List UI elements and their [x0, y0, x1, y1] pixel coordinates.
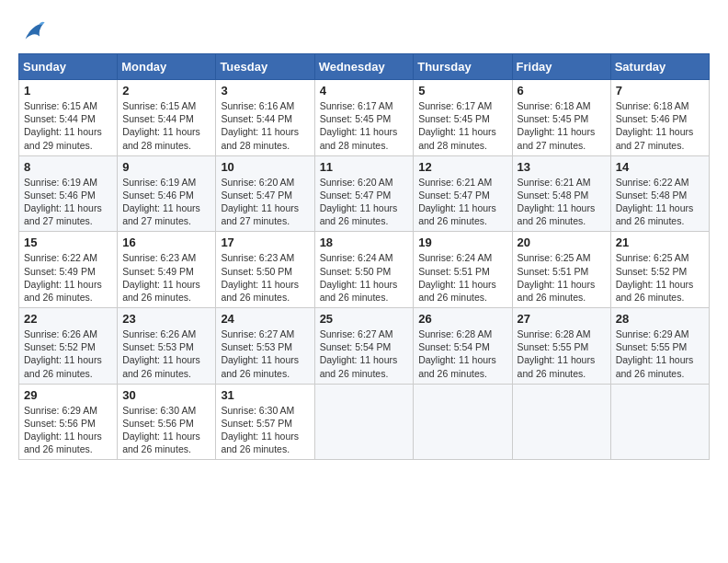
- calendar-cell: 6 Sunrise: 6:18 AMSunset: 5:45 PMDayligh…: [512, 80, 610, 156]
- day-number: 28: [616, 312, 704, 326]
- day-number: 6: [518, 84, 606, 98]
- day-number: 4: [320, 84, 409, 98]
- day-info: Sunrise: 6:24 AMSunset: 5:51 PMDaylight:…: [418, 252, 496, 303]
- calendar-cell: 2 Sunrise: 6:15 AMSunset: 5:44 PMDayligh…: [118, 80, 216, 156]
- day-number: 29: [24, 388, 112, 402]
- calendar-week-3: 15 Sunrise: 6:22 AMSunset: 5:49 PMDaylig…: [19, 232, 710, 308]
- day-number: 25: [320, 312, 409, 326]
- day-number: 26: [418, 312, 506, 326]
- calendar-cell: 15 Sunrise: 6:22 AMSunset: 5:49 PMDaylig…: [19, 232, 118, 308]
- day-number: 2: [122, 84, 210, 98]
- day-info: Sunrise: 6:29 AMSunset: 5:55 PMDaylight:…: [616, 328, 694, 379]
- column-header-sunday: Sunday: [19, 54, 118, 80]
- calendar-cell: 4 Sunrise: 6:17 AMSunset: 5:45 PMDayligh…: [314, 80, 414, 156]
- calendar-cell: 7 Sunrise: 6:18 AMSunset: 5:46 PMDayligh…: [610, 80, 709, 156]
- calendar-cell: 29 Sunrise: 6:29 AMSunset: 5:56 PMDaylig…: [19, 384, 118, 460]
- day-number: 7: [616, 84, 704, 98]
- day-info: Sunrise: 6:23 AMSunset: 5:50 PMDaylight:…: [221, 252, 299, 303]
- calendar-cell: 16 Sunrise: 6:23 AMSunset: 5:49 PMDaylig…: [118, 232, 216, 308]
- calendar-cell: 13 Sunrise: 6:21 AMSunset: 5:48 PMDaylig…: [512, 155, 610, 232]
- column-header-monday: Monday: [118, 54, 216, 80]
- calendar-cell: 23 Sunrise: 6:26 AMSunset: 5:53 PMDaylig…: [118, 308, 216, 385]
- day-info: Sunrise: 6:29 AMSunset: 5:56 PMDaylight:…: [24, 405, 102, 455]
- calendar-header-row: SundayMondayTuesdayWednesdayThursdayFrid…: [19, 54, 710, 80]
- day-info: Sunrise: 6:22 AMSunset: 5:49 PMDaylight:…: [24, 252, 102, 303]
- day-number: 3: [221, 84, 309, 98]
- day-info: Sunrise: 6:24 AMSunset: 5:50 PMDaylight:…: [320, 252, 398, 303]
- column-header-tuesday: Tuesday: [216, 54, 314, 80]
- calendar-cell: 12 Sunrise: 6:21 AMSunset: 5:47 PMDaylig…: [414, 155, 512, 232]
- day-info: Sunrise: 6:18 AMSunset: 5:45 PMDaylight:…: [518, 100, 596, 151]
- day-info: Sunrise: 6:19 AMSunset: 5:46 PMDaylight:…: [122, 177, 200, 227]
- header: [18, 18, 710, 44]
- calendar-cell: 25 Sunrise: 6:27 AMSunset: 5:54 PMDaylig…: [314, 308, 414, 385]
- day-number: 23: [122, 312, 210, 326]
- day-info: Sunrise: 6:27 AMSunset: 5:54 PMDaylight:…: [320, 328, 398, 379]
- calendar-cell: 26 Sunrise: 6:28 AMSunset: 5:54 PMDaylig…: [414, 308, 512, 385]
- day-info: Sunrise: 6:23 AMSunset: 5:49 PMDaylight:…: [122, 252, 200, 303]
- day-info: Sunrise: 6:20 AMSunset: 5:47 PMDaylight:…: [221, 177, 299, 227]
- calendar-cell: [414, 384, 512, 460]
- calendar-cell: 1 Sunrise: 6:15 AMSunset: 5:44 PMDayligh…: [19, 80, 118, 156]
- day-info: Sunrise: 6:16 AMSunset: 5:44 PMDaylight:…: [221, 100, 299, 151]
- calendar-cell: 8 Sunrise: 6:19 AMSunset: 5:46 PMDayligh…: [19, 155, 118, 232]
- day-number: 19: [418, 236, 506, 249]
- calendar-cell: 27 Sunrise: 6:28 AMSunset: 5:55 PMDaylig…: [512, 308, 610, 385]
- calendar-cell: 20 Sunrise: 6:25 AMSunset: 5:51 PMDaylig…: [512, 232, 610, 308]
- day-info: Sunrise: 6:26 AMSunset: 5:52 PMDaylight:…: [24, 328, 102, 379]
- calendar-cell: 10 Sunrise: 6:20 AMSunset: 5:47 PMDaylig…: [216, 155, 314, 232]
- logo-bird-icon: [20, 18, 46, 44]
- calendar-cell: 14 Sunrise: 6:22 AMSunset: 5:48 PMDaylig…: [610, 155, 709, 232]
- calendar-cell: 11 Sunrise: 6:20 AMSunset: 5:47 PMDaylig…: [314, 155, 414, 232]
- day-info: Sunrise: 6:25 AMSunset: 5:52 PMDaylight:…: [616, 252, 694, 303]
- calendar-cell: 21 Sunrise: 6:25 AMSunset: 5:52 PMDaylig…: [610, 232, 709, 308]
- day-number: 9: [122, 160, 210, 174]
- day-info: Sunrise: 6:20 AMSunset: 5:47 PMDaylight:…: [320, 177, 398, 227]
- day-info: Sunrise: 6:26 AMSunset: 5:53 PMDaylight:…: [122, 328, 200, 379]
- day-number: 11: [320, 160, 409, 174]
- day-info: Sunrise: 6:21 AMSunset: 5:47 PMDaylight:…: [418, 177, 496, 227]
- day-number: 17: [221, 236, 309, 249]
- column-header-thursday: Thursday: [414, 54, 512, 80]
- day-number: 15: [24, 236, 112, 249]
- day-info: Sunrise: 6:28 AMSunset: 5:54 PMDaylight:…: [418, 328, 496, 379]
- day-info: Sunrise: 6:15 AMSunset: 5:44 PMDaylight:…: [122, 100, 200, 151]
- calendar-week-2: 8 Sunrise: 6:19 AMSunset: 5:46 PMDayligh…: [19, 155, 710, 232]
- day-number: 1: [24, 84, 112, 98]
- day-info: Sunrise: 6:18 AMSunset: 5:46 PMDaylight:…: [616, 100, 694, 151]
- day-number: 31: [221, 388, 309, 402]
- calendar-cell: 9 Sunrise: 6:19 AMSunset: 5:46 PMDayligh…: [118, 155, 216, 232]
- calendar-table: SundayMondayTuesdayWednesdayThursdayFrid…: [18, 53, 710, 460]
- day-number: 10: [221, 160, 309, 174]
- calendar-cell: [610, 384, 709, 460]
- calendar-cell: 31 Sunrise: 6:30 AMSunset: 5:57 PMDaylig…: [216, 384, 314, 460]
- calendar-cell: 19 Sunrise: 6:24 AMSunset: 5:51 PMDaylig…: [414, 232, 512, 308]
- day-info: Sunrise: 6:15 AMSunset: 5:44 PMDaylight:…: [24, 100, 102, 151]
- calendar-cell: 18 Sunrise: 6:24 AMSunset: 5:50 PMDaylig…: [314, 232, 414, 308]
- calendar-cell: 28 Sunrise: 6:29 AMSunset: 5:55 PMDaylig…: [610, 308, 709, 385]
- calendar-cell: [512, 384, 610, 460]
- day-info: Sunrise: 6:27 AMSunset: 5:53 PMDaylight:…: [221, 328, 299, 379]
- day-number: 13: [518, 160, 606, 174]
- logo: [18, 18, 46, 44]
- day-number: 21: [616, 236, 704, 249]
- column-header-friday: Friday: [512, 54, 610, 80]
- column-header-wednesday: Wednesday: [314, 54, 414, 80]
- day-info: Sunrise: 6:17 AMSunset: 5:45 PMDaylight:…: [320, 100, 398, 151]
- calendar-week-1: 1 Sunrise: 6:15 AMSunset: 5:44 PMDayligh…: [19, 80, 710, 156]
- column-header-saturday: Saturday: [610, 54, 709, 80]
- calendar-cell: [314, 384, 414, 460]
- day-number: 22: [24, 312, 112, 326]
- day-number: 16: [122, 236, 210, 249]
- day-info: Sunrise: 6:28 AMSunset: 5:55 PMDaylight:…: [518, 328, 596, 379]
- day-number: 5: [418, 84, 506, 98]
- day-number: 30: [122, 388, 210, 402]
- day-info: Sunrise: 6:22 AMSunset: 5:48 PMDaylight:…: [616, 177, 694, 227]
- day-number: 14: [616, 160, 704, 174]
- calendar-cell: 30 Sunrise: 6:30 AMSunset: 5:56 PMDaylig…: [118, 384, 216, 460]
- day-info: Sunrise: 6:30 AMSunset: 5:56 PMDaylight:…: [122, 405, 200, 455]
- day-info: Sunrise: 6:25 AMSunset: 5:51 PMDaylight:…: [518, 252, 596, 303]
- day-number: 27: [518, 312, 606, 326]
- calendar-cell: 5 Sunrise: 6:17 AMSunset: 5:45 PMDayligh…: [414, 80, 512, 156]
- calendar-week-5: 29 Sunrise: 6:29 AMSunset: 5:56 PMDaylig…: [19, 384, 710, 460]
